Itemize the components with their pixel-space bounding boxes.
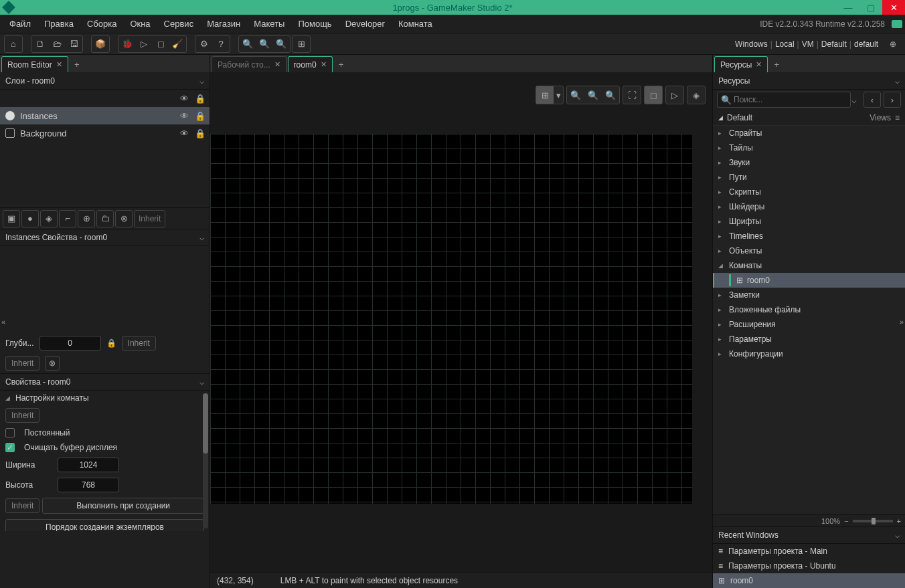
layer-background[interactable]: Background👁🔒 xyxy=(0,124,210,142)
chevron-down-icon[interactable]: ⌵ xyxy=(851,95,857,105)
select-tool-button[interactable]: ◻ xyxy=(645,86,662,104)
resources-header[interactable]: Ресурсы⌵ xyxy=(713,72,905,90)
inherit-size-button[interactable]: Inherit xyxy=(5,498,39,513)
add-tab-button[interactable]: + xyxy=(70,56,84,72)
tab-room-editor[interactable]: Room Editor✕ xyxy=(1,56,68,72)
zoom-reset-button[interactable]: 🔍 xyxy=(273,37,289,52)
minimize-button[interactable]: — xyxy=(837,0,859,15)
height-input[interactable] xyxy=(58,478,119,492)
menu-магазин[interactable]: Магазин xyxy=(200,16,247,31)
target-default[interactable]: Default xyxy=(821,39,847,49)
edge-expand-left[interactable]: « xyxy=(1,318,5,326)
target-manager-button[interactable]: ⊕ xyxy=(885,37,901,52)
menu-комната[interactable]: Комната xyxy=(392,16,439,31)
resource-search-input[interactable] xyxy=(717,92,851,108)
zoom-out-icon[interactable]: − xyxy=(844,517,848,525)
layers-header[interactable]: Слои - room0⌵ xyxy=(0,72,210,90)
tree-Расширения[interactable]: ▸Расширения xyxy=(713,317,905,332)
tree-Пути[interactable]: ▸Пути xyxy=(713,170,905,185)
tree-Параметры[interactable]: ▸Параметры xyxy=(713,332,905,347)
tree-Заметки[interactable]: ▸Заметки xyxy=(713,288,905,302)
close-icon[interactable]: ✕ xyxy=(756,60,762,69)
save-button[interactable]: 🖫 xyxy=(66,37,82,52)
lock-icon[interactable]: 🔒 xyxy=(195,94,204,104)
tree-Timelines[interactable]: ▸Timelines xyxy=(713,229,905,243)
open-button[interactable]: 🗁 xyxy=(49,37,65,52)
close-icon[interactable]: ✕ xyxy=(321,60,327,69)
add-instance-layer-button[interactable]: ● xyxy=(21,210,39,227)
new-button[interactable]: 🗋 xyxy=(32,37,48,52)
room-canvas[interactable]: ⊞ ▾ 🔍 🔍 🔍 ⛶ ◻ ▷ ◈ xyxy=(210,72,712,572)
zoom-out-canvas-button[interactable]: 🔍 xyxy=(567,86,584,104)
nav-back-button[interactable]: ‹ xyxy=(863,92,881,108)
settings-button[interactable]: ⚙ xyxy=(196,37,212,52)
inherit-room-button[interactable]: Inherit xyxy=(5,408,39,423)
maximize-button[interactable]: ▢ xyxy=(859,0,882,15)
fit-canvas-button[interactable]: ⛶ xyxy=(623,86,641,104)
lock-icon[interactable]: 🔒 xyxy=(195,128,204,138)
tab-resources[interactable]: Ресурсы✕ xyxy=(714,56,768,72)
stop-button[interactable]: ◻ xyxy=(153,37,169,52)
depth-input[interactable] xyxy=(39,336,101,351)
tree-item-room0[interactable]: ⊞room0 xyxy=(713,273,905,288)
close-button[interactable]: ✕ xyxy=(882,0,905,15)
menu-сборка[interactable]: Сборка xyxy=(80,16,124,31)
eye-icon[interactable]: 👁 xyxy=(179,111,189,121)
add-tab-button[interactable]: + xyxy=(769,56,784,72)
add-path-layer-button[interactable]: ⌐ xyxy=(59,210,76,227)
recent-Параметры проекта - Main[interactable]: ≡Параметры проекта - Main xyxy=(713,544,905,559)
add-asset-layer-button[interactable]: ⊕ xyxy=(78,210,95,227)
lock-icon[interactable]: 🔒 xyxy=(106,338,116,348)
tree-Вложенные файлы[interactable]: ▸Вложенные файлы xyxy=(713,302,905,317)
layer-instances[interactable]: Instances👁🔒 xyxy=(0,107,210,124)
debug-button[interactable]: 🐞 xyxy=(119,37,135,52)
menu-макеты[interactable]: Макеты xyxy=(247,16,291,31)
home-button[interactable]: ⌂ xyxy=(5,37,21,52)
tab-Рабочий сто...[interactable]: Рабочий сто...✕ xyxy=(212,56,286,72)
width-input[interactable] xyxy=(58,458,119,472)
menu-файл[interactable]: Файл xyxy=(3,16,37,31)
menu-developer[interactable]: Developer xyxy=(339,16,392,31)
instances-props-header[interactable]: Instances Свойства - room0⌵ xyxy=(0,229,210,246)
target-local[interactable]: Local xyxy=(775,39,795,49)
close-icon[interactable]: ✕ xyxy=(274,60,280,69)
run-on-create-button[interactable]: Выполнить при создании xyxy=(42,498,204,514)
recent-windows-header[interactable]: Recent Windows⌵ xyxy=(713,526,905,544)
recent-room0[interactable]: ⊞room0 xyxy=(713,573,905,588)
add-bg-layer-button[interactable]: ▣ xyxy=(3,210,20,227)
delete-layer-button[interactable]: ⊗ xyxy=(115,210,133,227)
scrollbar[interactable] xyxy=(203,393,208,528)
recent-Параметры проекта - Ubuntu[interactable]: ≡Параметры проекта - Ubuntu xyxy=(713,559,905,573)
tab-room0[interactable]: room0✕ xyxy=(288,56,333,72)
zoom-in-button[interactable]: 🔍 xyxy=(240,37,256,52)
menu-icon[interactable]: ≡ xyxy=(895,113,900,122)
chat-icon[interactable] xyxy=(892,20,902,28)
edge-expand-right[interactable]: » xyxy=(900,318,904,326)
tree-Скрипты[interactable]: ▸Скрипты xyxy=(713,185,905,199)
clear-buffer-checkbox[interactable]: ✓ xyxy=(5,443,15,452)
close-icon[interactable]: ✕ xyxy=(56,60,62,69)
add-folder-button[interactable]: 🗀 xyxy=(96,210,114,227)
tree-Комнаты[interactable]: ◢Комнаты xyxy=(713,258,905,273)
room-grid[interactable] xyxy=(210,134,692,504)
layer-view-button[interactable]: ◈ xyxy=(687,86,705,104)
tree-Звуки[interactable]: ▸Звуки xyxy=(713,155,905,170)
eye-icon[interactable]: 👁 xyxy=(179,128,189,138)
zoom-in-icon[interactable]: + xyxy=(897,517,901,525)
persistent-checkbox[interactable] xyxy=(5,428,15,437)
menu-сервис[interactable]: Сервис xyxy=(157,16,201,31)
docking-button[interactable]: ⊞ xyxy=(293,37,309,52)
menu-помощь[interactable]: Помощь xyxy=(291,16,338,31)
clear-button[interactable]: ⊗ xyxy=(45,356,60,371)
nav-forward-button[interactable]: › xyxy=(884,92,901,108)
zoom-slider[interactable] xyxy=(853,520,893,522)
zoom-reset-canvas-button[interactable]: 🔍 xyxy=(584,86,602,104)
menu-окна[interactable]: Окна xyxy=(123,16,157,31)
instance-order-button[interactable]: Порядок создания экземпляров xyxy=(5,519,204,531)
grid-toggle-button[interactable]: ⊞ xyxy=(536,86,554,104)
inherit-layers-button[interactable]: Inherit xyxy=(134,210,165,227)
inherit-depth-button[interactable]: Inherit xyxy=(122,336,156,351)
add-tile-layer-button[interactable]: ◈ xyxy=(40,210,58,227)
room-props-header[interactable]: Свойства - room0⌵ xyxy=(0,373,210,391)
inherit-button[interactable]: Inherit xyxy=(5,356,39,371)
